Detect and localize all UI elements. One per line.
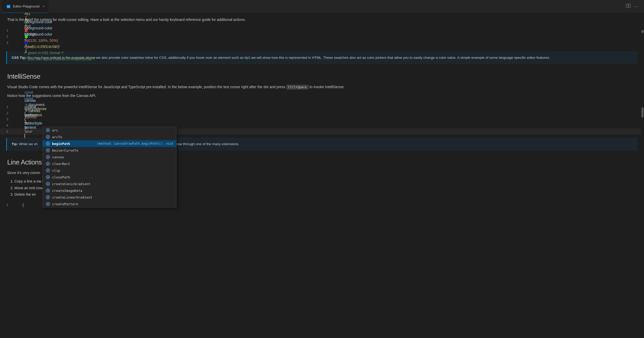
autocomplete-item-createLinearGradient[interactable]: createLinearGradient: [43, 194, 176, 201]
split-editor-icon: [626, 3, 631, 8]
svg-rect-3: [629, 4, 630, 7]
line-number-3: 3: [0, 41, 12, 45]
intellisense-heading: IntelliSense: [0, 68, 644, 83]
method-icon-bezierCurveTo: [46, 148, 50, 152]
tab-list: </> Editor Playground ×: [2, 0, 49, 13]
js-line-number-1: 1: [0, 105, 12, 109]
autocomplete-label-bezierCurveTo: bezierCurveTo: [52, 149, 173, 152]
code-line-3: 3 #p3 { background-color : rgba(0, 4, 25…: [0, 39, 644, 46]
css-code-editor[interactable]: 1 #p1 { background-color : #ff0000 ;} /*…: [0, 26, 644, 47]
intellisense-tip-text: While we sh: [19, 142, 38, 146]
main-content: That is the tip of the iceberg for multi…: [0, 13, 644, 338]
more-actions-button[interactable]: ···: [634, 3, 639, 9]
js-scrollbar-track: [641, 102, 644, 154]
css-code-block: 1 #p1 { background-color : #ff0000 ;} /*…: [0, 26, 644, 47]
color-swatch-blue[interactable]: [25, 42, 28, 44]
method-icon-arcTo: [46, 135, 50, 139]
js-scrollbar-thumb[interactable]: [641, 107, 643, 118]
method-icon-createLinearGradient: [46, 195, 50, 199]
autocomplete-dropdown[interactable]: arc arcTo beginPath (method) CanvasDrawP…: [43, 127, 176, 208]
autocomplete-item-canvas[interactable]: canvas: [43, 154, 176, 160]
intellisense-tip-label: Tip:: [12, 142, 18, 146]
autocomplete-item-createPattern[interactable]: createPattern: [43, 201, 176, 207]
autocomplete-label-closePath: closePath: [52, 175, 173, 179]
method-icon-createConicGradient: [46, 182, 50, 186]
autocomplete-item-arc[interactable]: arc: [43, 127, 176, 134]
bottom-line-number-1: 1: [0, 203, 12, 207]
autocomplete-label-createImageData: createImageData: [52, 189, 173, 193]
autocomplete-label-createConicGradient: createConicGradient: [52, 182, 173, 186]
autocomplete-item-createImageData[interactable]: createImageData: [43, 187, 176, 194]
svg-rect-2: [626, 4, 628, 7]
method-icon-clearRect: [46, 162, 50, 166]
autocomplete-label-clearRect: clearRect: [52, 162, 173, 166]
autocomplete-label-createLinearGradient: createLinearGradient: [52, 195, 173, 199]
autocomplete-label-canvas: canvas: [52, 155, 173, 159]
method-icon-canvas: [46, 155, 50, 159]
scrollbar-thumb[interactable]: [641, 30, 643, 33]
autocomplete-label-clip: clip: [52, 169, 173, 172]
js-line-number-2: 2: [0, 111, 12, 115]
autocomplete-item-arcTo[interactable]: arcTo: [43, 134, 176, 140]
js-line-number-3: 3: [0, 117, 12, 121]
js-code-editor[interactable]: 1 const canvas = document. querySelector…: [0, 102, 644, 152]
autocomplete-item-beginPath[interactable]: beginPath (method) CanvasDrawPath.beginP…: [43, 140, 176, 147]
tab-bar: </> Editor Playground × ···: [0, 0, 644, 13]
line-number-2: 2: [0, 35, 12, 38]
js-line-number-5: 5: [0, 130, 12, 134]
js-line-number-4: 4: [0, 123, 12, 127]
autocomplete-label-arc: arc: [52, 128, 173, 132]
svg-text:</>: </>: [7, 5, 10, 8]
line-content-3: #p3 { background-color : rgba(0, 4, 255,…: [12, 20, 644, 65]
scrollbar-track: [641, 26, 644, 47]
autocomplete-label-beginPath: beginPath: [52, 142, 95, 146]
method-icon-createImageData: [46, 188, 50, 193]
tab-title: Editor Playground: [13, 4, 39, 8]
autocomplete-label-createPattern: createPattern: [52, 202, 173, 206]
method-icon-createPattern: [46, 202, 50, 206]
autocomplete-item-clip[interactable]: clip: [43, 167, 176, 174]
autocomplete-item-createConicGradient[interactable]: createConicGradient: [43, 180, 176, 187]
method-icon-arc: [46, 128, 50, 132]
autocomplete-item-closePath[interactable]: closePath: [43, 174, 176, 180]
method-icon-beginPath: [46, 142, 50, 146]
autocomplete-item-bezierCurveTo[interactable]: bezierCurveTo: [43, 147, 176, 154]
autocomplete-detail-beginPath: (method) CanvasDrawPath.beginPath(): voi…: [97, 142, 173, 145]
autocomplete-label-arcTo: arcTo: [52, 135, 173, 139]
line-number-1: 1: [0, 28, 12, 32]
method-icon-clip: [46, 168, 50, 172]
method-icon-closePath: [46, 175, 50, 179]
editor-playground-tab[interactable]: </> Editor Playground ×: [2, 0, 49, 13]
vscode-icon: </>: [6, 4, 11, 9]
text-cursor: [24, 134, 25, 138]
line-actions-body-text1: Since it's very comm: [7, 171, 40, 175]
tab-actions: ···: [626, 3, 642, 9]
tab-close-button[interactable]: ×: [43, 5, 44, 8]
autocomplete-item-clearRect[interactable]: clearRect: [43, 160, 176, 167]
split-editor-button[interactable]: [626, 3, 631, 9]
